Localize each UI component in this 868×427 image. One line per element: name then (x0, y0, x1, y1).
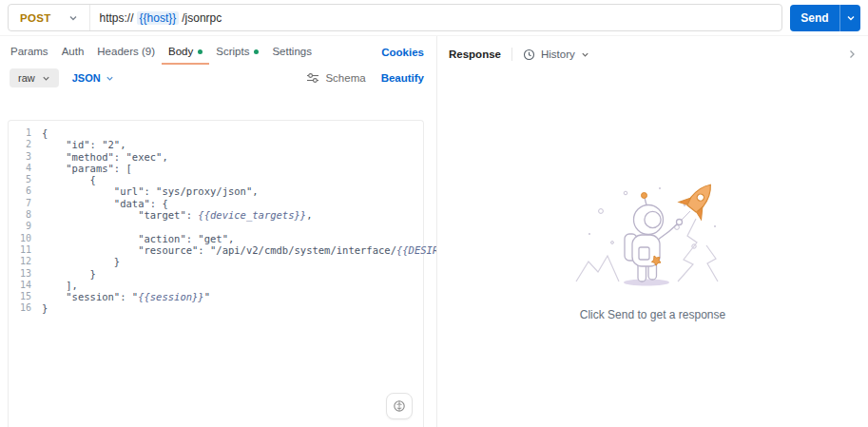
tab-content-dot (198, 49, 203, 54)
line-number: 6 (9, 185, 42, 197)
tab-label: Scripts (216, 46, 249, 57)
postbot-button[interactable] (386, 393, 413, 419)
tab-content-dot (254, 49, 259, 54)
schema-label: Schema (325, 72, 365, 84)
sliders-icon (306, 72, 319, 84)
code-line[interactable]: 1{ (9, 127, 423, 139)
environment-variable: {{session}} (138, 291, 204, 302)
code-text: "action": "get", (42, 233, 423, 244)
send-options-button[interactable] (840, 5, 860, 31)
code-text: } (42, 268, 423, 280)
line-number: 7 (9, 198, 42, 209)
code-line[interactable]: 9 (9, 221, 423, 232)
code-text: "data": { (42, 198, 423, 209)
url-input[interactable]: https://{{host}}/jsonrpc (90, 11, 222, 25)
tab-auth[interactable]: Auth (55, 40, 91, 65)
language-dropdown[interactable]: JSON (72, 72, 114, 84)
code-line[interactable]: 2"id": "2", (9, 139, 423, 150)
environment-variable: {{device_targets}} (198, 209, 306, 221)
send-button[interactable]: Send (790, 5, 840, 31)
url-prefix: https:// (100, 11, 134, 25)
code-line[interactable]: 12} (9, 256, 423, 267)
code-text: "session": "{{session}}" (42, 291, 423, 302)
cookies-link[interactable]: Cookies (376, 40, 430, 65)
code-text: { (42, 127, 423, 139)
astronaut-rocket-illustration (572, 167, 734, 301)
code-text: "method": "exec", (42, 151, 423, 163)
url-container: POST https://{{host}}/jsonrpc (8, 4, 782, 31)
line-number: 8 (9, 209, 42, 221)
chevron-down-icon (106, 74, 114, 83)
code-text: { (42, 174, 423, 185)
line-number: 1 (9, 127, 42, 139)
chevron-down-icon (68, 13, 78, 23)
response-empty-state: Click Send to get a response (437, 167, 868, 321)
code-line[interactable]: 16} (9, 302, 423, 314)
response-header: Response History (437, 42, 868, 67)
tab-label: Auth (62, 46, 85, 57)
body-format-label: raw (18, 72, 35, 84)
tab-params[interactable]: Params (4, 40, 55, 65)
line-number: 5 (9, 174, 42, 185)
body-format-dropdown[interactable]: raw (10, 68, 59, 87)
body-editor[interactable]: 1{2"id": "2",3"method": "exec",4"params"… (8, 120, 424, 427)
code-text: ], (42, 280, 423, 291)
beautify-button[interactable]: Beautify (381, 72, 424, 84)
code-text: "target": {{device_targets}}, (42, 209, 423, 221)
tab-settings[interactable]: Settings (265, 40, 318, 65)
send-split-button: Send (790, 5, 860, 31)
line-number: 16 (9, 302, 42, 314)
code-line[interactable]: 15"session": "{{session}}" (9, 291, 423, 302)
body-toolbar: raw JSON Schema Beautify (0, 65, 434, 91)
line-number: 13 (9, 268, 42, 280)
method-label: POST (20, 12, 51, 24)
url-host-variable[interactable]: {{host}} (137, 11, 180, 25)
code-line[interactable]: 6"url": "sys/proxy/json", (9, 185, 423, 197)
tab-label: Body (168, 46, 193, 57)
tab-scripts[interactable]: Scripts (209, 40, 265, 65)
code-text: "params": [ (42, 163, 423, 174)
chevron-down-icon (581, 50, 589, 59)
code-line[interactable]: 13} (9, 268, 423, 280)
code-line[interactable]: 14], (9, 280, 423, 291)
empty-state-caption: Click Send to get a response (580, 308, 725, 321)
request-panel: ParamsAuthHeaders (9)BodyScriptsSettings… (0, 36, 434, 427)
line-number: 14 (9, 280, 42, 291)
tab-headers-9[interactable]: Headers (9) (90, 40, 162, 65)
code-line[interactable]: 4"params": [ (9, 163, 423, 174)
divider (511, 48, 512, 61)
code-text (42, 221, 423, 232)
line-number: 10 (9, 233, 42, 244)
code-area: 1{2"id": "2",3"method": "exec",4"params"… (9, 121, 423, 315)
tab-label: Settings (272, 46, 312, 57)
line-number: 11 (9, 244, 42, 256)
chevron-right-icon (847, 49, 857, 60)
code-line[interactable]: 11"resource": "/api/v2/cmdb/system/inter… (9, 244, 423, 256)
line-number: 9 (9, 221, 42, 232)
schema-button[interactable]: Schema (306, 72, 365, 84)
code-line[interactable]: 10"action": "get", (9, 233, 423, 244)
code-text: } (42, 256, 423, 267)
code-text: "id": "2", (42, 139, 423, 150)
tab-label: Headers (9) (97, 46, 155, 57)
history-clock-icon (523, 49, 535, 61)
response-title: Response (449, 49, 501, 60)
code-text: "url": "sys/proxy/json", (42, 185, 423, 197)
send-button-label: Send (800, 11, 828, 25)
history-label: History (541, 49, 575, 60)
collapse-panel-button[interactable] (847, 49, 857, 60)
line-number: 4 (9, 163, 42, 174)
line-number: 3 (9, 151, 42, 163)
code-line[interactable]: 3"method": "exec", (9, 151, 423, 163)
url-suffix: /jsonrpc (182, 11, 222, 25)
history-dropdown[interactable]: History (523, 49, 589, 61)
line-number: 15 (9, 291, 42, 302)
code-line[interactable]: 5{ (9, 174, 423, 185)
method-selector[interactable]: POST (9, 5, 90, 30)
line-number: 2 (9, 139, 42, 150)
code-line[interactable]: 8"target": {{device_targets}}, (9, 209, 423, 221)
tab-body[interactable]: Body (162, 40, 209, 65)
code-line[interactable]: 7"data": { (9, 198, 423, 209)
request-tabs: ParamsAuthHeaders (9)BodyScriptsSettings… (0, 40, 434, 65)
tab-label: Params (10, 46, 48, 57)
